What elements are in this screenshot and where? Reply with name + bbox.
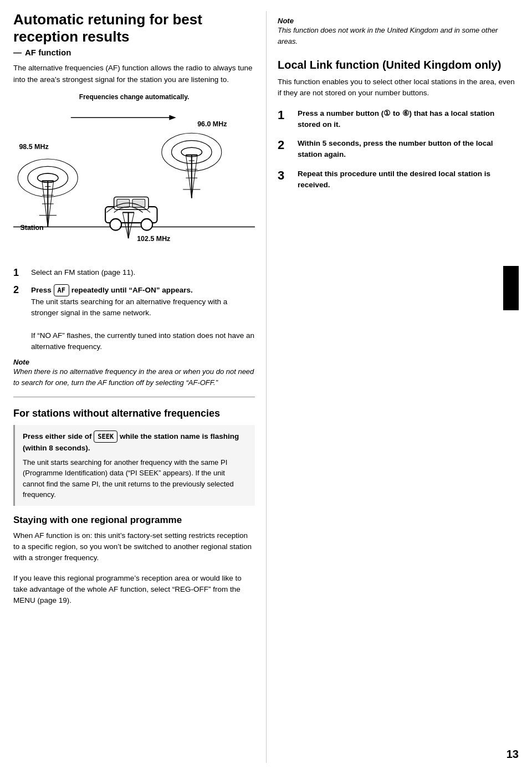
- right-step-2-text: Within 5 seconds, press the number butto…: [298, 138, 519, 161]
- svg-text:98.5 MHz: 98.5 MHz: [19, 143, 48, 151]
- step-2-text: Press AF repeatedly until “AF-ON” appear…: [31, 284, 255, 352]
- svg-point-16: [141, 219, 152, 230]
- intro-text: The alternative frequencies (AF) functio…: [13, 63, 255, 85]
- note-block: Note When there is no alternative freque…: [13, 358, 255, 388]
- staying-section: Staying with one regional programme When…: [13, 515, 255, 607]
- right-step-3: 3 Repeat this procedure until the desire…: [278, 168, 519, 191]
- local-link-steps: 1 Press a number button (① to ⑥) that ha…: [278, 108, 519, 191]
- af-label: AF function: [13, 48, 255, 57]
- svg-rect-18: [132, 199, 145, 207]
- page-heading: Automatic retuning for best reception re…: [13, 11, 255, 45]
- staying-title: Staying with one regional programme: [13, 515, 255, 526]
- staying-text-2: If you leave this regional programme’s r…: [13, 573, 255, 607]
- step-1: 1 Select an FM station (page 11).: [13, 267, 255, 279]
- right-step-1: 1 Press a number button (① to ⑥) that ha…: [278, 108, 519, 131]
- af-steps: 1 Select an FM station (page 11). 2 Pres…: [13, 267, 255, 352]
- svg-text:96.0 MHz: 96.0 MHz: [197, 120, 227, 128]
- right-note-title: Note: [278, 17, 519, 25]
- svg-line-26: [192, 155, 197, 198]
- subsection-bold-text: Press either side of SEEK while the stat…: [23, 430, 247, 454]
- right-step-3-text: Repeat this procedure until the desired …: [298, 168, 519, 191]
- right-note-text: This function does not work in the Unite…: [278, 25, 519, 47]
- svg-text:Station: Station: [20, 223, 43, 231]
- step-1-text: Select an FM station (page 11).: [31, 267, 135, 278]
- svg-text:102.5 MHz: 102.5 MHz: [137, 235, 170, 243]
- staying-text-1: When AF function is on: this unit’s fact…: [13, 530, 255, 564]
- right-step-2: 2 Within 5 seconds, press the number but…: [278, 138, 519, 161]
- subsection-detail-text: The unit starts searching for another fr…: [23, 457, 247, 500]
- for-stations-heading: For stations without alternative frequen…: [13, 407, 255, 420]
- local-link-intro: This function enables you to select othe…: [278, 76, 519, 99]
- note-title: Note: [13, 358, 255, 366]
- seek-key-badge: SEEK: [94, 430, 117, 443]
- step-2-number: 2: [13, 284, 25, 296]
- right-step-2-number: 2: [278, 138, 292, 152]
- right-step-1-number: 1: [278, 108, 292, 122]
- note-text: When there is no alternative frequency i…: [13, 366, 255, 388]
- page-number: 13: [507, 748, 519, 761]
- page-tab-marker: [503, 266, 519, 310]
- divider: [13, 397, 255, 397]
- svg-point-15: [110, 219, 121, 230]
- freq-change-label: Frequencies change automatically.: [13, 93, 255, 101]
- frequency-diagram: Frequencies change automatically.: [13, 93, 255, 259]
- local-link-heading: Local Link function (United Kingdom only…: [278, 58, 519, 72]
- svg-line-25: [186, 155, 191, 198]
- diagram-svg: 98.5 MHz: [13, 103, 255, 247]
- left-column: Automatic retuning for best reception re…: [13, 11, 266, 763]
- af-key-badge: AF: [54, 284, 69, 296]
- right-column: Note This function does not work in the …: [266, 11, 519, 763]
- for-stations-subsection: Press either side of SEEK while the stat…: [13, 425, 255, 506]
- right-step-3-number: 3: [278, 168, 292, 183]
- right-note-block: Note This function does not work in the …: [278, 17, 519, 47]
- right-step-1-text: Press a number button (① to ⑥) that has …: [298, 108, 519, 131]
- step-1-number: 1: [13, 267, 25, 279]
- step-2: 2 Press AF repeatedly until “AF-ON” appe…: [13, 284, 255, 352]
